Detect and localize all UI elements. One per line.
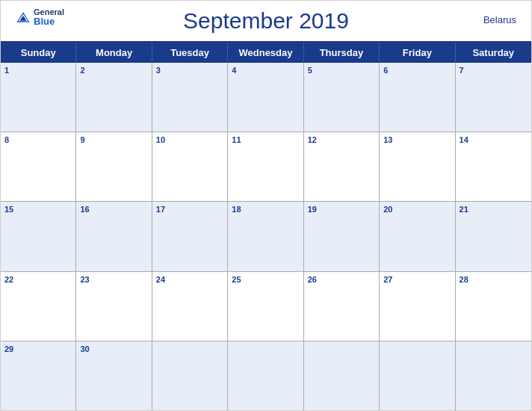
day-number: 18 — [232, 204, 299, 215]
day-number: 17 — [156, 204, 223, 215]
calendar-weeks: 1234567891011121314151617181920212223242… — [1, 63, 531, 410]
header-tuesday: Tuesday — [152, 43, 228, 63]
day-number: 9 — [80, 135, 147, 146]
day-cell-2-4: 19 — [304, 202, 380, 271]
calendar-grid: Sunday Monday Tuesday Wednesday Thursday… — [1, 41, 531, 410]
day-number: 11 — [232, 135, 299, 146]
day-cell-1-5: 13 — [380, 132, 455, 201]
header-saturday: Saturday — [456, 43, 531, 63]
day-number: 16 — [80, 204, 147, 215]
day-cell-0-3: 4 — [228, 63, 303, 132]
day-number: 27 — [383, 274, 451, 285]
header-friday: Friday — [380, 43, 455, 63]
day-cell-4-4 — [304, 342, 380, 410]
week-row-4: 22232425262728 — [1, 271, 531, 341]
calendar-container: General Blue September 2019 Belarus Sund… — [0, 0, 532, 411]
day-number: 13 — [383, 135, 451, 146]
day-number: 22 — [4, 274, 72, 285]
day-cell-0-2: 3 — [152, 63, 228, 132]
day-cell-1-2: 10 — [152, 132, 228, 201]
day-cell-4-6 — [456, 342, 531, 410]
day-cell-3-3: 25 — [228, 272, 303, 341]
day-number: 25 — [232, 274, 299, 285]
day-number: 7 — [460, 65, 528, 76]
day-number: 6 — [383, 65, 451, 76]
day-cell-1-6: 14 — [456, 132, 531, 201]
day-number: 1 — [4, 65, 72, 76]
day-cell-2-1: 16 — [76, 202, 152, 271]
logo-icon — [16, 11, 31, 23]
day-number: 24 — [156, 274, 223, 285]
day-cell-3-2: 24 — [152, 272, 228, 341]
week-row-1: 1234567 — [1, 63, 531, 132]
day-cell-4-1: 30 — [76, 342, 152, 410]
day-cell-1-0: 8 — [1, 132, 76, 201]
day-cell-4-0: 29 — [1, 342, 76, 410]
day-number: 30 — [80, 344, 147, 355]
day-cell-3-6: 28 — [456, 272, 531, 341]
day-number: 29 — [4, 344, 72, 355]
day-cell-4-2 — [152, 342, 228, 410]
day-cell-2-2: 17 — [152, 202, 228, 271]
day-number: 21 — [460, 204, 528, 215]
week-row-5: 2930 — [1, 341, 531, 410]
day-number: 28 — [460, 274, 528, 285]
day-number: 19 — [308, 204, 375, 215]
header-thursday: Thursday — [304, 43, 380, 63]
day-cell-3-5: 27 — [380, 272, 455, 341]
day-cell-2-5: 20 — [380, 202, 455, 271]
day-number: 20 — [383, 204, 451, 215]
day-cell-1-3: 11 — [228, 132, 303, 201]
header-wednesday: Wednesday — [228, 43, 303, 63]
day-number: 23 — [80, 274, 147, 285]
day-number: 8 — [4, 135, 72, 146]
day-cell-2-0: 15 — [1, 202, 76, 271]
day-cell-0-4: 5 — [304, 63, 380, 132]
day-cell-4-5 — [380, 342, 455, 410]
day-number: 5 — [308, 65, 375, 76]
country-label: Belarus — [483, 14, 516, 25]
month-title: September 2019 — [183, 8, 349, 34]
logo-blue-text: Blue — [34, 16, 64, 26]
logo-area: General Blue — [16, 8, 64, 26]
day-number: 14 — [460, 135, 528, 146]
day-cell-0-0: 1 — [1, 63, 76, 132]
week-row-2: 891011121314 — [1, 132, 531, 201]
day-number: 12 — [308, 135, 375, 146]
day-cell-2-3: 18 — [228, 202, 303, 271]
day-cell-2-6: 21 — [456, 202, 531, 271]
day-number: 10 — [156, 135, 223, 146]
day-cell-4-3 — [228, 342, 303, 410]
header-monday: Monday — [76, 43, 152, 63]
day-number: 4 — [232, 65, 299, 76]
day-cell-0-6: 7 — [456, 63, 531, 132]
day-cell-1-1: 9 — [76, 132, 152, 201]
calendar-header: General Blue September 2019 Belarus — [1, 1, 531, 41]
day-cell-0-5: 6 — [380, 63, 455, 132]
week-row-3: 15161718192021 — [1, 201, 531, 271]
day-number: 3 — [156, 65, 223, 76]
day-cell-0-1: 2 — [76, 63, 152, 132]
day-number: 15 — [4, 204, 72, 215]
day-cell-3-1: 23 — [76, 272, 152, 341]
header-sunday: Sunday — [1, 43, 76, 63]
day-cell-3-0: 22 — [1, 272, 76, 341]
day-cell-3-4: 26 — [304, 272, 380, 341]
day-cell-1-4: 12 — [304, 132, 380, 201]
day-headers-row: Sunday Monday Tuesday Wednesday Thursday… — [1, 43, 531, 63]
day-number: 2 — [80, 65, 147, 76]
day-number: 26 — [308, 274, 375, 285]
